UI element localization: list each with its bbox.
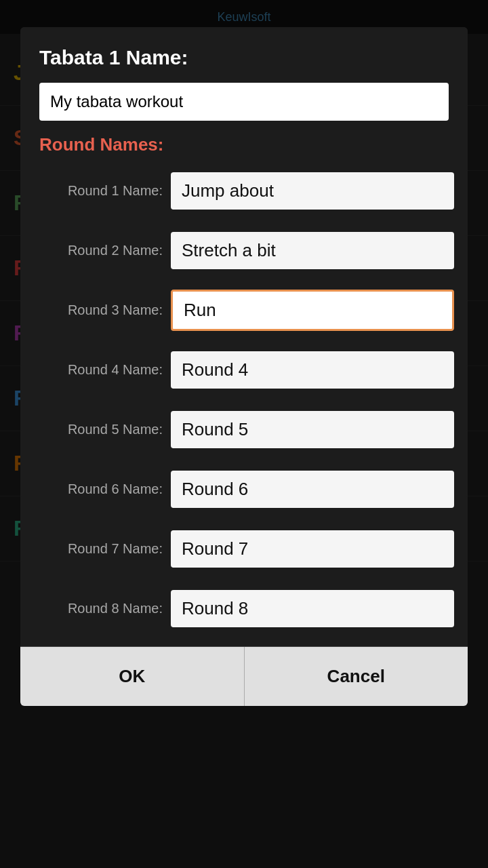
round-row-4: Round 4 Name: bbox=[34, 342, 454, 397]
round-row-1: Round 1 Name: bbox=[34, 163, 454, 218]
round-8-input[interactable] bbox=[171, 590, 454, 627]
round-row-7: Round 7 Name: bbox=[34, 521, 454, 576]
dialog-overlay: Tabata 1 Name: Round Names: Round 1 Name… bbox=[0, 0, 488, 868]
round-2-input[interactable] bbox=[171, 232, 454, 269]
dialog-title: Tabata 1 Name: bbox=[39, 46, 188, 68]
round-row-5: Round 5 Name: bbox=[34, 402, 454, 456]
round-row-2: Round 2 Name: bbox=[34, 223, 454, 277]
round-3-input[interactable] bbox=[171, 290, 454, 331]
round-1-input[interactable] bbox=[171, 172, 454, 210]
round-3-label: Round 3 Name: bbox=[34, 302, 163, 318]
round-row-8: Round 8 Name: bbox=[34, 581, 454, 635]
round-row-6: Round 6 Name: bbox=[34, 462, 454, 516]
workout-name-input[interactable] bbox=[39, 83, 449, 121]
cancel-button[interactable]: Cancel bbox=[245, 647, 468, 706]
dialog-button-bar: OK Cancel bbox=[20, 646, 468, 706]
round-1-label: Round 1 Name: bbox=[34, 183, 163, 199]
ok-button[interactable]: OK bbox=[20, 647, 245, 706]
round-4-input[interactable] bbox=[171, 351, 454, 389]
rounds-container: Round 1 Name: Round 2 Name: Round 3 Name… bbox=[20, 163, 468, 635]
round-7-label: Round 7 Name: bbox=[34, 541, 163, 557]
round-6-label: Round 6 Name: bbox=[34, 481, 163, 497]
round-4-label: Round 4 Name: bbox=[34, 362, 163, 378]
round-8-label: Round 8 Name: bbox=[34, 601, 163, 616]
round-7-input[interactable] bbox=[171, 530, 454, 568]
round-6-input[interactable] bbox=[171, 471, 454, 508]
round-2-label: Round 2 Name: bbox=[34, 243, 163, 258]
round-row-3: Round 3 Name: bbox=[34, 283, 454, 337]
dialog-header: Tabata 1 Name: bbox=[20, 27, 468, 83]
round-5-label: Round 5 Name: bbox=[34, 422, 163, 437]
rename-dialog: Tabata 1 Name: Round Names: Round 1 Name… bbox=[20, 27, 468, 706]
round-5-input[interactable] bbox=[171, 411, 454, 448]
round-names-section-title: Round Names: bbox=[20, 121, 468, 163]
